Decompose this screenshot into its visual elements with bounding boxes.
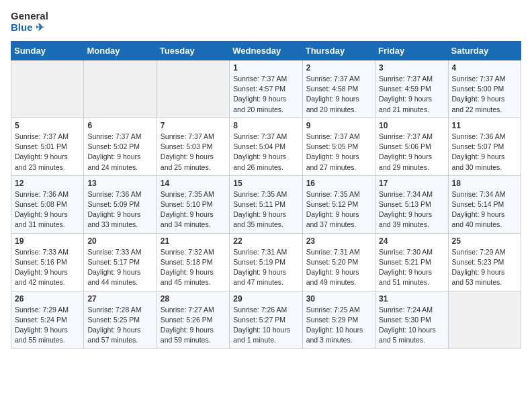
- calendar-cell: 6Sunrise: 7:37 AM Sunset: 5:02 PM Daylig…: [84, 118, 157, 175]
- day-number: 15: [233, 179, 298, 188]
- logo-blue: Blue ✈: [11, 22, 48, 34]
- day-info: Sunrise: 7:29 AM Sunset: 5:24 PM Dayligh…: [15, 305, 80, 346]
- day-number: 19: [15, 236, 80, 246]
- calendar-cell: 31Sunrise: 7:24 AM Sunset: 5:30 PM Dayli…: [375, 291, 448, 349]
- calendar-cell: 27Sunrise: 7:28 AM Sunset: 5:25 PM Dayli…: [84, 291, 157, 349]
- day-number: 29: [233, 294, 298, 304]
- calendar-cell: 26Sunrise: 7:29 AM Sunset: 5:24 PM Dayli…: [11, 291, 84, 349]
- header-friday: Friday: [375, 42, 448, 60]
- header-thursday: Thursday: [302, 42, 375, 60]
- logo: General Blue ✈: [11, 11, 48, 33]
- calendar-cell: 4Sunrise: 7:37 AM Sunset: 5:00 PM Daylig…: [448, 60, 521, 118]
- day-number: 18: [452, 179, 517, 188]
- header-tuesday: Tuesday: [157, 42, 229, 60]
- calendar-cell: 25Sunrise: 7:29 AM Sunset: 5:23 PM Dayli…: [448, 233, 521, 291]
- header-wednesday: Wednesday: [230, 42, 302, 60]
- calendar-cell: 18Sunrise: 7:34 AM Sunset: 5:14 PM Dayli…: [448, 175, 521, 233]
- page-header: General Blue ✈: [11, 11, 521, 33]
- day-info: Sunrise: 7:30 AM Sunset: 5:21 PM Dayligh…: [379, 247, 444, 288]
- day-info: Sunrise: 7:26 AM Sunset: 5:27 PM Dayligh…: [233, 305, 298, 346]
- day-number: 2: [306, 63, 371, 73]
- day-info: Sunrise: 7:36 AM Sunset: 5:07 PM Dayligh…: [452, 132, 517, 173]
- calendar-cell: 22Sunrise: 7:31 AM Sunset: 5:19 PM Dayli…: [230, 233, 302, 291]
- day-info: Sunrise: 7:34 AM Sunset: 5:13 PM Dayligh…: [379, 189, 444, 230]
- calendar-cell: 7Sunrise: 7:37 AM Sunset: 5:03 PM Daylig…: [157, 118, 229, 175]
- day-info: Sunrise: 7:37 AM Sunset: 5:05 PM Dayligh…: [306, 132, 371, 173]
- header-sunday: Sunday: [11, 42, 84, 60]
- calendar-cell: 21Sunrise: 7:32 AM Sunset: 5:18 PM Dayli…: [157, 233, 229, 291]
- day-info: Sunrise: 7:37 AM Sunset: 5:04 PM Dayligh…: [233, 132, 298, 173]
- calendar-cell: 9Sunrise: 7:37 AM Sunset: 5:05 PM Daylig…: [302, 118, 375, 175]
- day-number: 31: [379, 294, 444, 304]
- day-info: Sunrise: 7:37 AM Sunset: 5:03 PM Dayligh…: [161, 132, 226, 173]
- day-info: Sunrise: 7:31 AM Sunset: 5:20 PM Dayligh…: [306, 247, 371, 288]
- calendar-table: SundayMondayTuesdayWednesdayThursdayFrid…: [11, 41, 521, 349]
- calendar-cell: 23Sunrise: 7:31 AM Sunset: 5:20 PM Dayli…: [302, 233, 375, 291]
- day-number: 23: [306, 236, 371, 246]
- calendar-cell: [11, 60, 84, 118]
- day-info: Sunrise: 7:32 AM Sunset: 5:18 PM Dayligh…: [161, 247, 226, 288]
- calendar-week-row: 12Sunrise: 7:36 AM Sunset: 5:08 PM Dayli…: [11, 175, 521, 233]
- calendar-cell: 20Sunrise: 7:33 AM Sunset: 5:17 PM Dayli…: [84, 233, 157, 291]
- calendar-cell: 17Sunrise: 7:34 AM Sunset: 5:13 PM Dayli…: [375, 175, 448, 233]
- logo-general: General: [11, 11, 48, 22]
- calendar-cell: [84, 60, 157, 118]
- calendar-cell: 8Sunrise: 7:37 AM Sunset: 5:04 PM Daylig…: [230, 118, 302, 175]
- header-saturday: Saturday: [448, 42, 521, 60]
- calendar-cell: 3Sunrise: 7:37 AM Sunset: 4:59 PM Daylig…: [375, 60, 448, 118]
- day-number: 17: [379, 179, 444, 188]
- day-number: 22: [233, 236, 298, 246]
- calendar-week-row: 19Sunrise: 7:33 AM Sunset: 5:16 PM Dayli…: [11, 233, 521, 291]
- calendar-week-row: 5Sunrise: 7:37 AM Sunset: 5:01 PM Daylig…: [11, 118, 521, 175]
- calendar-cell: 19Sunrise: 7:33 AM Sunset: 5:16 PM Dayli…: [11, 233, 84, 291]
- day-info: Sunrise: 7:37 AM Sunset: 4:59 PM Dayligh…: [379, 74, 444, 115]
- day-info: Sunrise: 7:31 AM Sunset: 5:19 PM Dayligh…: [233, 247, 298, 288]
- day-number: 4: [452, 63, 517, 73]
- day-number: 11: [452, 121, 517, 130]
- day-info: Sunrise: 7:37 AM Sunset: 5:02 PM Dayligh…: [87, 132, 152, 173]
- calendar-cell: 11Sunrise: 7:36 AM Sunset: 5:07 PM Dayli…: [448, 118, 521, 175]
- calendar-cell: 1Sunrise: 7:37 AM Sunset: 4:57 PM Daylig…: [230, 60, 302, 118]
- calendar-cell: 15Sunrise: 7:35 AM Sunset: 5:11 PM Dayli…: [230, 175, 302, 233]
- calendar-cell: 28Sunrise: 7:27 AM Sunset: 5:26 PM Dayli…: [157, 291, 229, 349]
- day-info: Sunrise: 7:34 AM Sunset: 5:14 PM Dayligh…: [452, 189, 517, 230]
- day-number: 7: [161, 121, 226, 130]
- day-number: 21: [161, 236, 226, 246]
- day-info: Sunrise: 7:37 AM Sunset: 4:58 PM Dayligh…: [306, 74, 371, 115]
- calendar-cell: 13Sunrise: 7:36 AM Sunset: 5:09 PM Dayli…: [84, 175, 157, 233]
- day-info: Sunrise: 7:27 AM Sunset: 5:26 PM Dayligh…: [161, 305, 226, 346]
- day-info: Sunrise: 7:36 AM Sunset: 5:08 PM Dayligh…: [15, 189, 80, 230]
- day-number: 6: [87, 121, 152, 130]
- day-number: 26: [15, 294, 80, 304]
- day-number: 25: [452, 236, 517, 246]
- day-number: 24: [379, 236, 444, 246]
- calendar-cell: 30Sunrise: 7:25 AM Sunset: 5:29 PM Dayli…: [302, 291, 375, 349]
- day-number: 8: [233, 121, 298, 130]
- calendar-cell: 2Sunrise: 7:37 AM Sunset: 4:58 PM Daylig…: [302, 60, 375, 118]
- calendar-header-row: SundayMondayTuesdayWednesdayThursdayFrid…: [11, 42, 521, 60]
- header-monday: Monday: [84, 42, 157, 60]
- day-number: 1: [233, 63, 298, 73]
- calendar-cell: 16Sunrise: 7:35 AM Sunset: 5:12 PM Dayli…: [302, 175, 375, 233]
- day-info: Sunrise: 7:33 AM Sunset: 5:16 PM Dayligh…: [15, 247, 80, 288]
- day-info: Sunrise: 7:37 AM Sunset: 5:06 PM Dayligh…: [379, 132, 444, 173]
- day-number: 13: [87, 179, 152, 188]
- calendar-cell: 5Sunrise: 7:37 AM Sunset: 5:01 PM Daylig…: [11, 118, 84, 175]
- day-number: 27: [87, 294, 152, 304]
- calendar-cell: 12Sunrise: 7:36 AM Sunset: 5:08 PM Dayli…: [11, 175, 84, 233]
- day-info: Sunrise: 7:25 AM Sunset: 5:29 PM Dayligh…: [306, 305, 371, 346]
- day-number: 9: [306, 121, 371, 130]
- day-info: Sunrise: 7:24 AM Sunset: 5:30 PM Dayligh…: [379, 305, 444, 346]
- day-info: Sunrise: 7:28 AM Sunset: 5:25 PM Dayligh…: [87, 305, 152, 346]
- day-info: Sunrise: 7:37 AM Sunset: 5:01 PM Dayligh…: [15, 132, 80, 173]
- day-number: 30: [306, 294, 371, 304]
- calendar-cell: [157, 60, 229, 118]
- day-info: Sunrise: 7:35 AM Sunset: 5:11 PM Dayligh…: [233, 189, 298, 230]
- calendar-cell: 29Sunrise: 7:26 AM Sunset: 5:27 PM Dayli…: [230, 291, 302, 349]
- day-info: Sunrise: 7:35 AM Sunset: 5:10 PM Dayligh…: [161, 189, 226, 230]
- day-info: Sunrise: 7:37 AM Sunset: 4:57 PM Dayligh…: [233, 74, 298, 115]
- calendar-cell: [448, 291, 521, 349]
- day-number: 10: [379, 121, 444, 130]
- day-number: 3: [379, 63, 444, 73]
- calendar-cell: 24Sunrise: 7:30 AM Sunset: 5:21 PM Dayli…: [375, 233, 448, 291]
